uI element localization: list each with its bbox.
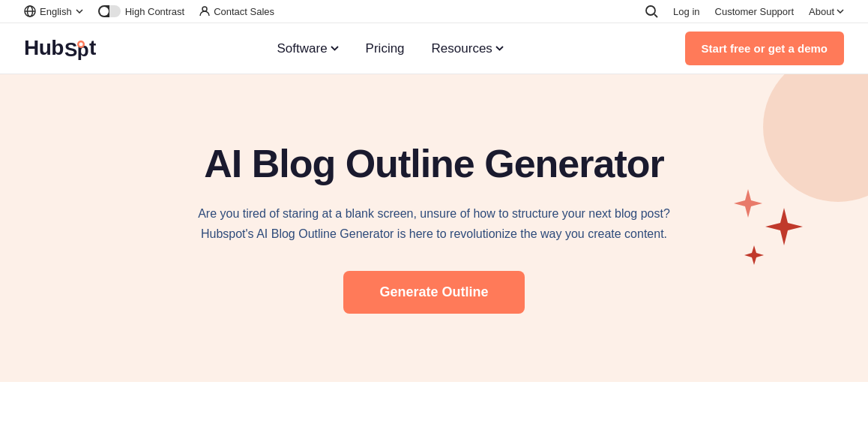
hero-content: AI Blog Outline Generator Are you tired … [179, 143, 689, 314]
hero-subtitle: Are you tired of staring at a blank scre… [179, 203, 689, 244]
person-icon [199, 6, 210, 17]
contact-sales-label: Contact Sales [214, 6, 274, 17]
toggle-knob [100, 7, 109, 16]
toggle-switch[interactable] [98, 5, 121, 17]
globe-icon [24, 5, 36, 17]
about-link[interactable]: About [809, 6, 844, 17]
svg-point-8 [79, 43, 82, 47]
main-nav: Hub Sp t Software Pricing Resources Star… [0, 23, 868, 74]
utility-right: Log in Customer Support About [645, 5, 844, 18]
nav-links: Software Pricing Resources [277, 41, 504, 56]
svg-text:Sp: Sp [64, 38, 88, 61]
start-free-button[interactable]: Start free or get a demo [685, 32, 844, 65]
chevron-down-icon [495, 46, 504, 51]
logo-spot-icon: Sp [64, 37, 88, 61]
svg-point-3 [202, 7, 207, 11]
search-button[interactable] [645, 5, 658, 18]
language-label: English [40, 6, 72, 17]
generate-outline-button[interactable]: Generate Outline [343, 271, 524, 314]
chevron-down-icon [837, 9, 844, 14]
hero-section: AI Blog Outline Generator Are you tired … [0, 74, 868, 382]
deco-sparkles [718, 178, 808, 278]
sparkles-svg [718, 178, 808, 275]
logo[interactable]: Hub Sp t [24, 36, 96, 62]
utility-bar: English High Contrast Contact Sales Log … [0, 0, 868, 23]
nav-item-resources[interactable]: Resources [432, 41, 504, 56]
logo-text: Hub Sp t [24, 36, 96, 62]
nav-item-pricing[interactable]: Pricing [366, 41, 405, 56]
svg-line-5 [654, 14, 657, 17]
utility-left: English High Contrast Contact Sales [24, 5, 274, 17]
contact-sales-link[interactable]: Contact Sales [199, 6, 274, 17]
search-icon [645, 5, 658, 18]
svg-point-4 [646, 6, 655, 15]
high-contrast-toggle[interactable]: High Contrast [98, 5, 184, 17]
high-contrast-label: High Contrast [125, 6, 184, 17]
nav-item-software[interactable]: Software [277, 41, 339, 56]
hero-title: AI Blog Outline Generator [179, 143, 689, 185]
language-selector[interactable]: English [24, 5, 83, 17]
chevron-down-icon [331, 46, 339, 51]
chevron-down-icon [76, 9, 83, 14]
customer-support-link[interactable]: Customer Support [715, 6, 795, 17]
login-link[interactable]: Log in [673, 6, 699, 17]
